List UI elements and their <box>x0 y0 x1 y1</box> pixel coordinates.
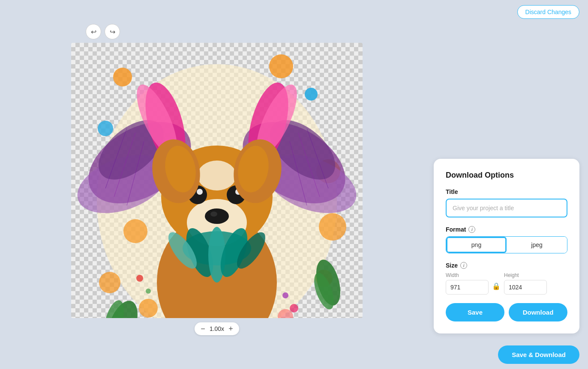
svg-point-48 <box>136 275 143 282</box>
canvas-image <box>71 43 363 318</box>
svg-point-4 <box>98 121 113 136</box>
svg-point-29 <box>197 189 203 195</box>
zoom-decrease-button[interactable]: − <box>201 325 205 333</box>
zoom-increase-button[interactable]: + <box>228 325 233 333</box>
height-label: Height <box>504 272 547 278</box>
svg-point-50 <box>290 304 298 312</box>
lock-wrapper: 🔒 <box>492 282 501 290</box>
save-button[interactable]: Save <box>446 303 504 321</box>
action-buttons: Save Download <box>446 303 567 321</box>
title-field-label: Title <box>446 188 567 195</box>
redo-button[interactable]: ↪ <box>105 24 120 39</box>
size-section: Size i Width 🔒 Height <box>446 262 567 295</box>
size-field-label: Size i <box>446 262 567 269</box>
svg-point-6 <box>319 213 346 241</box>
panel-title: Download Options <box>446 171 567 180</box>
right-panel: Download Options Title Format i png jpeg <box>434 24 579 335</box>
bottom-bar: Save & Download <box>0 342 588 369</box>
svg-point-7 <box>123 219 147 243</box>
svg-point-49 <box>146 289 151 294</box>
height-field: Height <box>504 272 547 295</box>
undo-button[interactable]: ↩ <box>86 24 101 39</box>
size-inputs: Width 🔒 Height <box>446 272 567 295</box>
format-png-button[interactable]: png <box>446 237 507 253</box>
format-jpeg-button[interactable]: jpeg <box>507 237 567 253</box>
undo-icon: ↩ <box>91 28 96 36</box>
svg-point-45 <box>100 298 128 318</box>
svg-point-2 <box>269 54 293 78</box>
svg-point-1 <box>113 68 132 86</box>
format-info-icon: i <box>468 226 475 233</box>
svg-point-25 <box>205 208 229 224</box>
size-info-icon: i <box>460 262 467 269</box>
title-input[interactable] <box>446 199 567 217</box>
height-input[interactable] <box>504 280 547 295</box>
save-download-button[interactable]: Save & Download <box>498 345 579 364</box>
svg-point-9 <box>139 299 158 318</box>
canvas-toolbar: ↩ ↪ <box>86 24 120 39</box>
format-section: Format i png jpeg <box>446 226 567 253</box>
canvas-wrapper <box>71 43 363 318</box>
discard-changes-button[interactable]: Discard Changes <box>517 5 579 19</box>
main-content: ↩ ↪ <box>0 24 588 342</box>
lock-icon: 🔒 <box>492 282 501 290</box>
width-label: Width <box>446 272 489 278</box>
svg-point-31 <box>198 161 236 190</box>
svg-point-3 <box>305 88 318 101</box>
width-input[interactable] <box>446 280 489 295</box>
width-field: Width <box>446 272 489 295</box>
format-selector: png jpeg <box>446 236 567 253</box>
svg-point-26 <box>210 211 217 217</box>
top-bar: Discard Changes <box>0 0 588 24</box>
redo-icon: ↪ <box>110 28 115 36</box>
zoom-level: 1.00x <box>210 325 224 332</box>
format-field-label: Format i <box>446 226 567 233</box>
canvas-area: ↩ ↪ <box>9 24 425 335</box>
download-button[interactable]: Download <box>509 303 567 321</box>
svg-point-51 <box>282 292 288 298</box>
download-options-card: Download Options Title Format i png jpeg <box>434 159 579 333</box>
svg-point-8 <box>99 272 120 293</box>
zoom-bar: − 1.00x + <box>195 322 239 335</box>
